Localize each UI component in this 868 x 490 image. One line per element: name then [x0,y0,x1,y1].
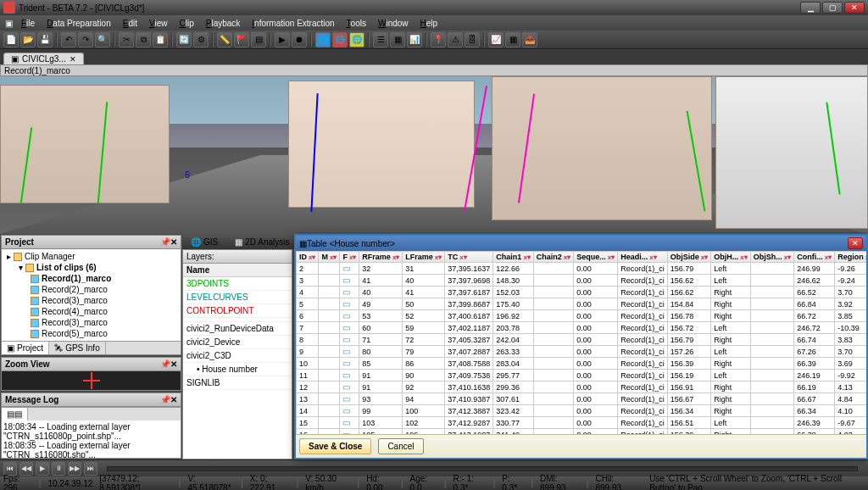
menu-file[interactable]: File [16,17,40,30]
zoom-view[interactable] [2,371,181,390]
col-header[interactable]: ObjSh...x▾ [750,252,793,263]
tool-layers-icon[interactable]: ▤ [251,32,266,47]
tool-stack-icon[interactable]: ☰ [373,32,388,47]
pause-button[interactable]: ⏸ [52,462,65,476]
clip-tree[interactable]: ▸Clip Manager ▾List of clips (6) Record(… [2,249,181,341]
panel-pin-icon[interactable]: 📌 [160,359,170,369]
panel-close-icon[interactable]: ✕ [170,395,177,404]
tool-save-icon[interactable]: 💾 [37,32,53,47]
document-tab[interactable]: ▣ CIVICLg3... ✕ [3,53,84,64]
table-row[interactable]: 6▭535237,400.6187196.920.00Record(1)_ci1… [297,310,867,322]
table-row[interactable]: 5▭495037,399.8687175.400.00Record(1)_ci1… [297,298,867,310]
log-tab[interactable]: ▤▤ [2,408,28,420]
tool-export-icon[interactable]: 📤 [522,32,537,47]
tree-root[interactable]: ▸Clip Manager [3,251,179,262]
menu-tools[interactable]: Tools [342,17,371,30]
tool-measure-icon[interactable]: 📏 [217,32,232,47]
close-button[interactable]: ✕ [844,2,865,14]
col-header[interactable]: Mx▾ [319,252,340,263]
video-viewport[interactable]: Record(1)_marco 6 [0,64,868,234]
col-header[interactable]: ObjSidex▾ [667,252,710,263]
col-header[interactable]: LFramex▾ [403,252,445,263]
clip-item[interactable]: Record(5)_marco [3,328,179,339]
col-header[interactable]: ObjH...x▾ [711,252,750,263]
clip-item[interactable]: Record(3)_marco [3,317,179,328]
layer-row[interactable]: LEVELCURVES [183,291,292,304]
table-row[interactable]: 9▭807937,407.2887263.330.00Record(1)_ci1… [297,346,867,358]
table-row[interactable]: 4▭404137,397.6187152.030.00Record(1)_ci1… [297,287,867,298]
tool-record-icon[interactable]: ⏺ [292,32,307,47]
layer-row[interactable]: CONTROLPOINT [183,304,292,318]
menu-playback[interactable]: Playback [201,17,246,30]
menu-edit[interactable]: Edit [118,17,142,30]
layer-row[interactable]: • House number [183,363,292,376]
col-header[interactable]: Seque...x▾ [574,252,618,263]
play-button[interactable]: ▶ [36,462,49,476]
tool-marker-icon[interactable]: 📍 [431,32,446,47]
message-log[interactable]: 18:08:34 -- Loading external layer "CTRN… [2,420,181,458]
tool-gear-icon[interactable]: ⚙ [193,32,209,47]
clip-item[interactable]: Record(1)_marco [3,273,179,284]
clip-item[interactable]: Record(3)_marco [3,295,179,306]
tool-flag-icon[interactable]: 🚩 [234,32,249,47]
table-row[interactable]: 12▭919237,410.1638299.360.00Record(1)_ci… [297,381,867,393]
clip-item[interactable]: Record(2)_marco [3,284,179,295]
tool-undo-icon[interactable]: ↶ [61,32,76,47]
tool-grid-icon[interactable]: ▦ [505,32,520,47]
col-header[interactable]: RFramex▾ [359,252,403,263]
tool-cut-icon[interactable]: ✂ [119,32,134,47]
layer-row[interactable]: 3DPOINTS [183,277,292,291]
table-row[interactable]: 7▭605937,402.1187203.780.00Record(1)_ci1… [297,322,867,334]
tab-gps-info[interactable]: 🛰 GPS Info [49,342,106,354]
table-close-button[interactable]: ✕ [848,237,863,249]
tool-globe-yellow-icon[interactable]: 🌐 [349,32,364,47]
tool-copy-icon[interactable]: ⧉ [136,32,151,47]
cancel-button[interactable]: Cancel [378,438,423,454]
tool-chart-icon[interactable]: 📈 [488,32,504,47]
table-scroll[interactable]: IDx▾Mx▾Fx▾RFramex▾LFramex▾TCx▾Chain1x▾Ch… [296,251,866,434]
table-row[interactable]: 14▭9910037,412.3887323.420.00Record(1)_c… [297,405,867,417]
tool-db-icon[interactable]: 🗄 [465,32,480,47]
table-row[interactable]: 3▭414037,397.9698148.300.00Record(1)_ci1… [297,275,867,287]
panel-pin-icon[interactable]: 📌 [160,237,170,247]
table-row[interactable]: 8▭717237,405.3287242.040.00Record(1)_ci1… [297,334,867,346]
table-row[interactable]: 13▭939437,410.9387307.610.00Record(1)_ci… [297,393,867,405]
layer-row[interactable]: civici2_C3D [183,349,292,363]
tool-globe-blue-icon[interactable]: 🌐 [315,32,331,47]
2d-analysis-tab[interactable]: ▦ 2D Analysis [230,236,294,248]
maximize-button[interactable]: ▢ [822,2,843,14]
tool-sign-icon[interactable]: ⚠ [448,32,463,47]
col-header[interactable]: Fx▾ [340,252,359,263]
tool-play-icon[interactable]: ▶ [275,32,290,47]
col-header[interactable]: Chain1x▾ [493,252,533,263]
col-header[interactable]: Headi...x▾ [618,252,668,263]
table-row[interactable]: 15▭10310237,412.9287330.770.00Record(1)_… [297,417,867,429]
menu-help[interactable]: Help [415,17,443,30]
table-titlebar[interactable]: ▦ Table <House number> ✕ [296,236,866,251]
timeline-slider[interactable] [107,466,858,471]
layer-row[interactable]: civici2_RunDeviceData [183,322,292,336]
layer-row[interactable]: civici2_Device [183,336,292,349]
tree-group[interactable]: ▾List of clips (6) [3,262,179,273]
table-row[interactable]: 2▭323137,395.1637122.660.00Record(1)_ci1… [297,263,867,275]
panel-pin-icon[interactable]: 📌 [160,395,170,404]
panel-close-icon[interactable]: ✕ [170,359,177,369]
clip-item[interactable]: Record(4)_marco [3,306,179,317]
tab-close-icon[interactable]: ✕ [70,55,76,64]
col-header[interactable]: IDx▾ [297,252,319,263]
menu-data-preparation[interactable]: Data Preparation [42,17,116,30]
menu-clip[interactable]: Clip [175,17,199,30]
menu-view[interactable]: View [144,17,173,30]
table-row[interactable]: 10▭858637,408.7588283.040.00Record(1)_ci… [297,358,867,370]
tool-paste-icon[interactable]: 📋 [153,32,168,47]
tool-refresh-icon[interactable]: 🔄 [176,32,192,47]
save-close-button[interactable]: Save & Close [299,438,371,454]
forward-end-button[interactable]: ⏭ [84,462,97,476]
tool-open-icon[interactable]: 📂 [20,32,36,47]
tool-new-icon[interactable]: 📄 [3,32,19,47]
col-header[interactable]: Regionx▾ [835,252,866,263]
menu-information-extraction[interactable]: Information Extraction [247,17,339,30]
minimize-button[interactable]: ▁ [800,2,821,14]
panel-close-icon[interactable]: ✕ [170,237,177,247]
col-header[interactable]: Chain2x▾ [533,252,573,263]
